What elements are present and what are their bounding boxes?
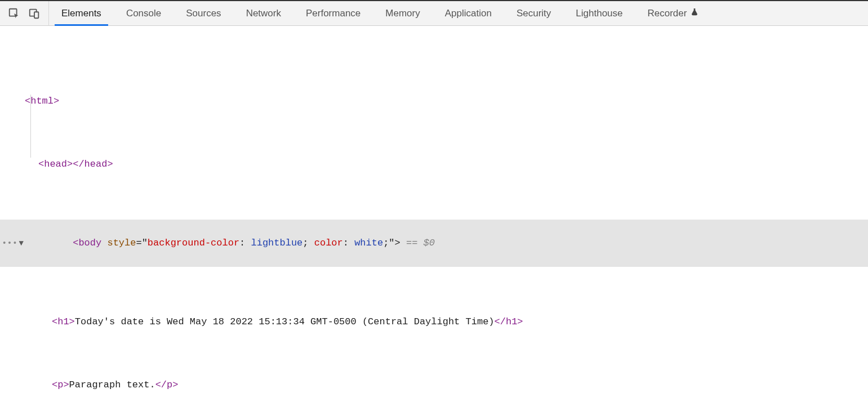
indent-guide	[30, 95, 31, 158]
tag-text: <head></head>	[38, 159, 113, 169]
tab-elements[interactable]: Elements	[49, 1, 114, 25]
toolbar-icon-group	[0, 1, 49, 25]
tab-label: Security	[517, 8, 551, 19]
selected-node-annotation: == $0	[400, 238, 435, 248]
tab-label: Elements	[61, 8, 101, 19]
tab-label: Application	[445, 8, 492, 19]
device-toggle-icon[interactable]	[28, 7, 41, 20]
css-val: white	[354, 238, 383, 248]
punct: ;	[302, 238, 314, 248]
tab-label: Sources	[186, 8, 221, 19]
elements-panel: <html> <head></head> ••• ▼ <body style="…	[0, 26, 868, 411]
tab-label: Performance	[306, 8, 360, 19]
tab-label: Lighthouse	[576, 8, 622, 19]
expand-toggle-icon[interactable]: ▼	[19, 235, 24, 251]
tag-text: <p>	[52, 379, 69, 390]
tab-security[interactable]: Security	[504, 1, 563, 25]
css-val: lightblue	[251, 238, 303, 248]
dom-node-body[interactable]: ••• ▼ <body style="background-color: lig…	[0, 220, 868, 267]
inspect-element-icon[interactable]	[8, 7, 20, 20]
tab-network[interactable]: Network	[234, 1, 293, 25]
text-content: Today's date is Wed May 18 2022 15:13:34…	[75, 316, 495, 327]
tag-text: <h1>	[52, 316, 75, 327]
dom-node-head[interactable]: <head></head>	[0, 157, 868, 172]
svg-rect-2	[34, 12, 38, 18]
text-content: Paragraph text.	[69, 379, 155, 390]
tab-recorder[interactable]: Recorder	[635, 1, 712, 25]
tab-performance[interactable]: Performance	[293, 1, 373, 25]
tab-lighthouse[interactable]: Lighthouse	[563, 1, 635, 25]
punct: ="	[136, 238, 147, 248]
tag-text: </p>	[155, 379, 179, 390]
tab-application[interactable]: Application	[433, 1, 504, 25]
tab-label: Console	[126, 8, 161, 19]
tab-label: Network	[246, 8, 281, 19]
tab-memory[interactable]: Memory	[373, 1, 432, 25]
devtools-tabs: Elements Console Sources Network Perform…	[49, 1, 711, 25]
dom-node-html[interactable]: <html>	[0, 93, 868, 109]
flask-icon	[690, 7, 699, 19]
breadcrumb-dots-icon[interactable]: •••	[2, 235, 17, 251]
devtools-toolbar: Elements Console Sources Network Perform…	[0, 0, 868, 26]
tag-text: </h1>	[495, 316, 523, 327]
tab-label: Recorder	[648, 8, 687, 19]
punct: :	[343, 238, 354, 248]
dom-node-h1[interactable]: <h1>Today's date is Wed May 18 2022 15:1…	[0, 314, 868, 330]
tab-sources[interactable]: Sources	[173, 1, 233, 25]
tab-label: Memory	[385, 8, 420, 19]
css-prop: color	[314, 238, 343, 248]
attr-name: style	[107, 238, 136, 248]
dom-node-p[interactable]: <p>Paragraph text.</p>	[0, 377, 868, 393]
tab-console[interactable]: Console	[114, 1, 173, 25]
tag-text: <body	[73, 238, 101, 248]
css-prop: background-color	[148, 238, 239, 248]
punct: ;">	[383, 238, 400, 248]
punct: :	[239, 238, 251, 248]
